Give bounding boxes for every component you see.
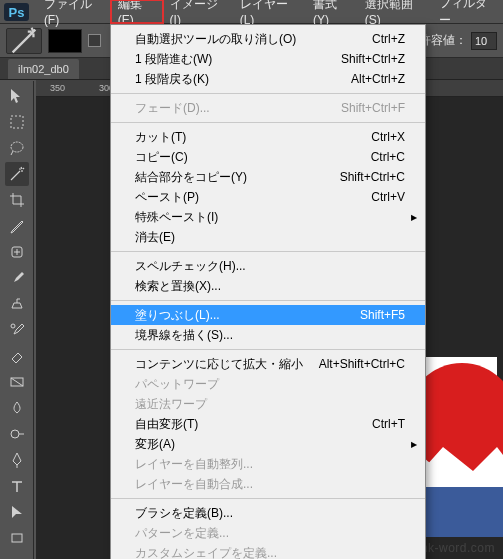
menu-entry-label: ブラシを定義(B)... [135, 505, 405, 522]
dodge-tool[interactable] [5, 422, 29, 446]
menu-entry-label: カット(T) [135, 129, 371, 146]
option-swatch[interactable] [48, 29, 82, 53]
menu-entry[interactable]: 特殊ペースト(I) [111, 207, 425, 227]
menu-entry-label: フェード(D)... [135, 100, 341, 117]
menu-entry[interactable]: コンテンツに応じて拡大・縮小Alt+Shift+Ctrl+C [111, 354, 425, 374]
menu-entry-shortcut: Shift+F5 [360, 308, 405, 322]
menubar: Ps ファイル(F)編集(E)イメージ(I)レイヤー(L)書式(Y)選択範囲(S… [0, 0, 503, 24]
menu-item[interactable]: 書式(Y) [306, 0, 358, 23]
menu-entry-shortcut: Ctrl+T [372, 417, 405, 431]
menu-entry-label: 1 段階戻る(K) [135, 71, 351, 88]
menu-entry[interactable]: 結合部分をコピー(Y)Shift+Ctrl+C [111, 167, 425, 187]
rectangle-tool[interactable] [5, 526, 29, 550]
menu-entry-label: 特殊ペースト(I) [135, 209, 405, 226]
menu-entry-shortcut: Ctrl+X [371, 130, 405, 144]
menu-entry[interactable]: 消去(E) [111, 227, 425, 247]
gradient-tool[interactable] [5, 370, 29, 394]
menu-entry: フェード(D)...Shift+Ctrl+F [111, 98, 425, 118]
ruler-tick: 350 [50, 83, 65, 93]
menu-entry[interactable]: 1 段階進む(W)Shift+Ctrl+Z [111, 49, 425, 69]
menu-entry-label: 自由変形(T) [135, 416, 372, 433]
menu-entry-shortcut: Ctrl+Z [372, 32, 405, 46]
menu-entry-label: パターンを定義... [135, 525, 405, 542]
menu-entry[interactable]: カット(T)Ctrl+X [111, 127, 425, 147]
menu-entry-label: レイヤーを自動合成... [135, 476, 405, 493]
menu-entry-label: カスタムシェイプを定義... [135, 545, 405, 560]
tolerance-label: 許容値： [419, 32, 467, 49]
magic-wand-icon [7, 24, 41, 58]
menu-entry: パターンを定義... [111, 523, 425, 543]
menu-entry-label: 自動選択ツールの取り消し(O) [135, 31, 372, 48]
history-brush-tool[interactable] [5, 318, 29, 342]
menu-entry-shortcut: Shift+Ctrl+F [341, 101, 405, 115]
app-logo: Ps [4, 3, 29, 21]
menu-entry[interactable]: スペルチェック(H)... [111, 256, 425, 276]
menu-entry-shortcut: Alt+Ctrl+Z [351, 72, 405, 86]
brush-tool[interactable] [5, 266, 29, 290]
crop-tool[interactable] [5, 188, 29, 212]
menu-entry-label: レイヤーを自動整列... [135, 456, 405, 473]
menu-item[interactable]: フィルター [432, 0, 503, 23]
menu-entry-shortcut: Ctrl+C [371, 150, 405, 164]
document-tab[interactable]: ilm02_db0 [8, 59, 79, 79]
option-checkbox[interactable] [88, 34, 101, 47]
menu-item[interactable]: 編集(E) [111, 0, 163, 23]
menu-entry[interactable]: ペースト(P)Ctrl+V [111, 187, 425, 207]
menu-entry[interactable]: 自由変形(T)Ctrl+T [111, 414, 425, 434]
tolerance-input[interactable] [471, 32, 497, 50]
menu-entry[interactable]: 境界線を描く(S)... [111, 325, 425, 345]
menu-entry-label: 消去(E) [135, 229, 405, 246]
blur-tool[interactable] [5, 396, 29, 420]
menu-entry-label: スペルチェック(H)... [135, 258, 405, 275]
menu-item[interactable]: ファイル(F) [37, 0, 111, 23]
menu-item[interactable]: イメージ(I) [163, 0, 233, 23]
menu-entry-shortcut: Shift+Ctrl+C [340, 170, 405, 184]
eraser-tool[interactable] [5, 344, 29, 368]
menu-entry-label: コンテンツに応じて拡大・縮小 [135, 356, 319, 373]
menu-entry-label: ペースト(P) [135, 189, 371, 206]
menu-entry-label: 遠近法ワープ [135, 396, 405, 413]
menu-item[interactable]: レイヤー(L) [233, 0, 306, 23]
move-tool[interactable] [5, 84, 29, 108]
spot-heal-tool[interactable] [5, 240, 29, 264]
svg-rect-0 [11, 116, 23, 128]
menu-entry-shortcut: Alt+Shift+Ctrl+C [319, 357, 405, 371]
menu-entry[interactable]: コピー(C)Ctrl+C [111, 147, 425, 167]
menu-entry[interactable]: 変形(A) [111, 434, 425, 454]
lasso-tool[interactable] [5, 136, 29, 160]
menu-entry-shortcut: Ctrl+V [371, 190, 405, 204]
toolbox [0, 81, 34, 559]
menu-entry-shortcut: Shift+Ctrl+Z [341, 52, 405, 66]
pen-tool[interactable] [5, 448, 29, 472]
menu-entry-label: パペットワープ [135, 376, 405, 393]
menu-entry: カスタムシェイプを定義... [111, 543, 425, 559]
menu-entry[interactable]: 自動選択ツールの取り消し(O)Ctrl+Z [111, 29, 425, 49]
menu-entry-label: コピー(C) [135, 149, 371, 166]
menu-entry[interactable]: 塗りつぶし(L)...Shift+F5 [111, 305, 425, 325]
path-select-tool[interactable] [5, 500, 29, 524]
menu-entry[interactable]: ブラシを定義(B)... [111, 503, 425, 523]
marquee-tool[interactable] [5, 110, 29, 134]
eyedropper-tool[interactable] [5, 214, 29, 238]
menu-entry[interactable]: 1 段階戻る(K)Alt+Ctrl+Z [111, 69, 425, 89]
menu-entry: 遠近法ワープ [111, 394, 425, 414]
menu-entry-label: 1 段階進む(W) [135, 51, 341, 68]
svg-point-5 [11, 430, 19, 438]
svg-rect-6 [12, 534, 22, 542]
menu-entry: レイヤーを自動整列... [111, 454, 425, 474]
menu-entry-label: 結合部分をコピー(Y) [135, 169, 340, 186]
menu-entry-label: 変形(A) [135, 436, 405, 453]
edit-menu-dropdown: 自動選択ツールの取り消し(O)Ctrl+Z1 段階進む(W)Shift+Ctrl… [110, 24, 426, 559]
menu-entry-label: 境界線を描く(S)... [135, 327, 405, 344]
magic-wand-tool[interactable] [5, 162, 29, 186]
menu-entry-label: 塗りつぶし(L)... [135, 307, 360, 324]
current-tool-icon[interactable] [6, 28, 42, 54]
svg-point-1 [11, 142, 23, 152]
menu-entry[interactable]: 検索と置換(X)... [111, 276, 425, 296]
menu-entry: レイヤーを自動合成... [111, 474, 425, 494]
type-tool[interactable] [5, 474, 29, 498]
menu-entry-label: 検索と置換(X)... [135, 278, 405, 295]
menu-entry: パペットワープ [111, 374, 425, 394]
clone-stamp-tool[interactable] [5, 292, 29, 316]
menu-item[interactable]: 選択範囲(S) [358, 0, 433, 23]
